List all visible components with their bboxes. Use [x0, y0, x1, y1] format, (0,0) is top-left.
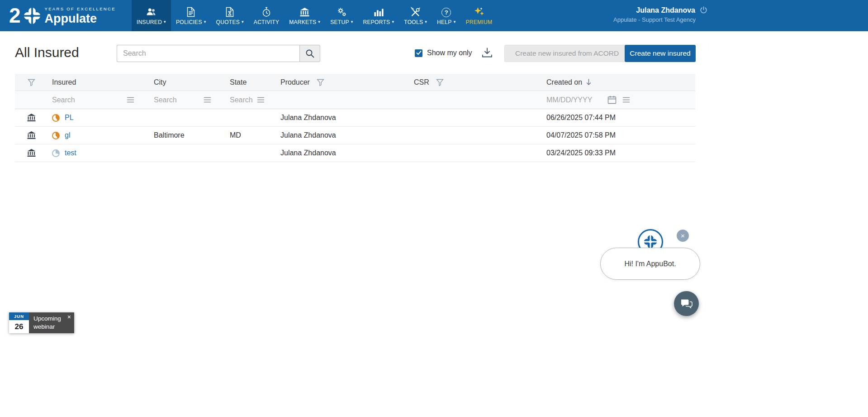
column-header-producer[interactable]: Producer [280, 78, 310, 86]
logo-number: 2 [9, 6, 21, 25]
nav-item-reports[interactable]: REPORTS▾ [358, 0, 399, 31]
created-on-date-input[interactable] [546, 96, 602, 104]
nav-item-tools[interactable]: TOOLS▾ [399, 0, 432, 31]
webinar-day: 26 [9, 320, 29, 333]
cell-created-on: 04/07/2025 07:58 PM [531, 131, 695, 139]
nav-item-markets[interactable]: MARKETS▾ [284, 0, 325, 31]
nav-item-quotes[interactable]: QUOTES▾ [211, 0, 249, 31]
bank-icon [299, 6, 310, 17]
stopwatch-icon [261, 6, 271, 17]
cell-producer: Julana Zhdanova [270, 131, 403, 139]
chevron-down-icon: ▾ [454, 20, 456, 24]
nav-item-label: REPORTS [363, 19, 390, 25]
page-title: All Insured [15, 45, 79, 60]
chevron-down-icon: ▾ [351, 20, 353, 24]
search-input[interactable] [117, 45, 299, 62]
logo-tagline: YEARS OF EXCELLENCE [45, 6, 116, 11]
download-icon[interactable] [481, 47, 493, 58]
nav-item-activity[interactable]: ACTIVITY [249, 0, 284, 31]
filter-funnel-icon[interactable] [28, 79, 35, 86]
nav-item-label: POLICIES [176, 19, 202, 25]
column-header-insured[interactable]: Insured [52, 78, 76, 86]
nav-item-policies[interactable]: POLICIES▾ [171, 0, 211, 31]
nav-item-label: INSURED [137, 19, 162, 25]
app-logo[interactable]: 2 YEARS OF EXCELLENCE Appulate [9, 0, 116, 31]
cell-created-on: 03/24/2025 09:33 PM [531, 149, 695, 157]
sparkles-icon [473, 6, 485, 17]
table-row[interactable]: test Julana Zhdanova 03/24/2025 09:33 PM [15, 144, 695, 162]
state-filter-menu-icon[interactable] [257, 96, 265, 103]
column-header-state[interactable]: State [230, 78, 247, 86]
webinar-close-icon[interactable]: × [67, 313, 71, 321]
insured-link[interactable]: PL [65, 114, 74, 122]
user-name[interactable]: Julana Zhdanova [636, 6, 695, 14]
nav-item-premium[interactable]: PREMIUM [460, 0, 497, 31]
gears-icon [337, 6, 347, 17]
logout-power-icon[interactable] [699, 6, 708, 14]
city-filter-menu-icon[interactable] [204, 96, 211, 103]
column-header-csr[interactable]: CSR [414, 78, 429, 86]
agency-name: Appulate - Support Test Agency [613, 16, 696, 23]
logo-clover-icon [23, 7, 41, 25]
webinar-calendar-icon: JUN 26 [9, 312, 29, 333]
status-progress-icon [52, 132, 60, 139]
document-icon [186, 6, 195, 17]
search-button[interactable] [299, 45, 320, 62]
producer-filter-funnel-icon[interactable] [317, 79, 324, 86]
bar-chart-icon [374, 6, 384, 17]
webinar-toast: JUN 26 Upcoming webinar × [9, 312, 74, 333]
csr-filter-funnel-icon[interactable] [436, 79, 444, 86]
webinar-month: JUN [9, 312, 29, 320]
column-header-city[interactable]: City [154, 78, 166, 86]
insured-table: Insured City State Producer CSR Created … [15, 74, 695, 162]
question-circle-icon: ? [441, 6, 451, 17]
nav-item-insured[interactable]: INSURED▾ [132, 0, 171, 31]
calendar-icon[interactable] [607, 96, 617, 104]
show-my-only-group: Show my only [415, 49, 472, 57]
webinar-link[interactable]: Upcoming webinar × [29, 312, 74, 333]
cell-producer: Julana Zhdanova [270, 114, 403, 122]
nav-item-help[interactable]: ? HELP▾ [432, 0, 460, 31]
logo-name: Appulate [45, 13, 116, 25]
create-from-acord-button[interactable]: Create new insured from ACORD [504, 45, 630, 62]
column-header-created-on[interactable]: Created on [546, 78, 582, 86]
cell-created-on: 06/26/2025 07:44 PM [531, 114, 695, 122]
nav-item-label: SETUP [330, 19, 349, 25]
appubot-close-icon[interactable]: × [677, 230, 689, 242]
show-my-only-checkbox[interactable] [415, 49, 422, 57]
user-menu: Julana Zhdanova Appulate - Support Test … [613, 6, 708, 23]
main-nav: INSURED▾ POLICIES▾ QUOTES▾ ACTIVITY MARK… [132, 0, 497, 31]
table-row[interactable]: PL Julana Zhdanova 06/26/2025 07:44 PM [15, 109, 695, 127]
webinar-title: Upcoming webinar [33, 315, 66, 331]
tools-icon [410, 6, 421, 17]
show-my-only-label: Show my only [427, 49, 472, 57]
state-filter-input[interactable] [230, 96, 254, 104]
chevron-down-icon: ▾ [425, 20, 427, 24]
chevron-down-icon: ▾ [204, 20, 206, 24]
create-new-insured-button[interactable]: Create new insured [625, 45, 696, 62]
date-filter-menu-icon[interactable] [622, 96, 630, 103]
cell-city: Baltimore [147, 131, 223, 139]
nav-item-label: MARKETS [289, 19, 316, 25]
chat-launcher-button[interactable] [674, 291, 699, 316]
nav-item-label: HELP [437, 19, 452, 25]
appubot-greeting-text: Hi! I'm AppuBot. [624, 260, 676, 268]
search-icon [305, 48, 315, 58]
top-nav-bar: 2 YEARS OF EXCELLENCE Appulate INSURED▾ … [0, 0, 868, 31]
cell-state: MD [223, 131, 270, 139]
insured-filter-input[interactable] [52, 96, 102, 104]
city-filter-input[interactable] [154, 96, 204, 104]
sort-desc-arrow-icon[interactable] [585, 78, 592, 86]
table-row[interactable]: gl Baltimore MD Julana Zhdanova 04/07/20… [15, 127, 695, 144]
insured-type-bank-icon [27, 113, 36, 122]
status-progress-icon [52, 114, 60, 122]
chat-bubbles-icon [680, 298, 693, 310]
appubot-clover-icon [643, 235, 658, 249]
insured-link[interactable]: test [65, 149, 76, 157]
nav-item-setup[interactable]: SETUP▾ [325, 0, 358, 31]
insured-filter-menu-icon[interactable] [127, 96, 134, 103]
insured-type-bank-icon [27, 131, 36, 140]
appubot-greeting-bubble[interactable]: Hi! I'm AppuBot. [600, 248, 700, 280]
people-icon [146, 6, 157, 17]
insured-link[interactable]: gl [65, 131, 70, 139]
